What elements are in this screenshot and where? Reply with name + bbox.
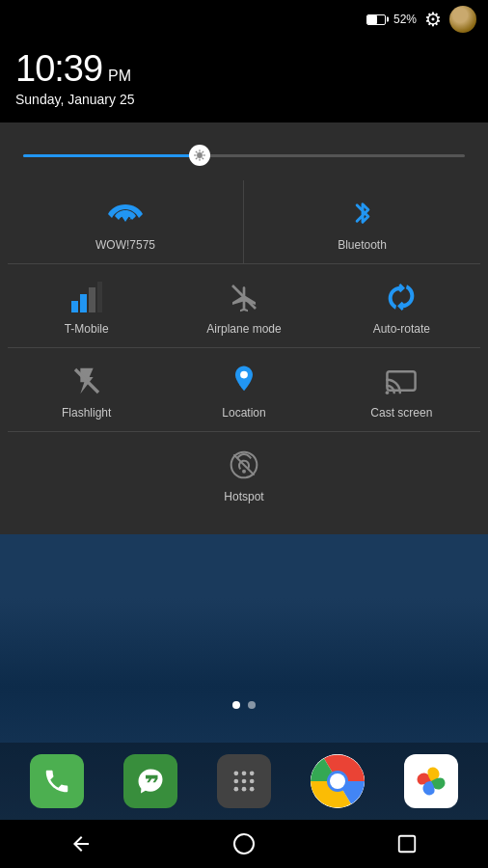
svg-point-28 [233, 787, 238, 792]
hangouts-icon [136, 767, 165, 796]
page-dot-2 [248, 701, 256, 709]
qs-row-hotspot: Hotspot [8, 432, 480, 515]
brightness-track [23, 154, 465, 157]
location-icon-container [227, 364, 261, 398]
time-display: 10:39 PM [15, 48, 473, 90]
back-button[interactable] [62, 825, 100, 863]
flashlight-label: Flashlight [62, 406, 111, 420]
qs-tile-bluetooth[interactable]: Bluetooth [244, 180, 480, 263]
flashlight-icon [71, 366, 102, 396]
date-display: Sunday, January 25 [15, 92, 473, 107]
cast-icon-container [384, 364, 419, 398]
dock-app-chrome[interactable] [311, 754, 365, 808]
airplane-icon [229, 282, 259, 312]
app-dock [0, 743, 488, 820]
autorotate-label: Auto-rotate [373, 322, 430, 336]
recents-button[interactable] [388, 825, 426, 863]
home-button[interactable] [225, 825, 263, 863]
bluetooth-icon-container [345, 196, 380, 231]
svg-point-34 [234, 834, 254, 854]
battery-indicator [366, 14, 386, 25]
svg-point-0 [197, 152, 203, 158]
svg-rect-10 [71, 301, 78, 312]
airplane-label: Airplane mode [206, 322, 281, 336]
svg-point-33 [330, 773, 345, 789]
brightness-fill [23, 154, 200, 157]
notification-panel: WOW!7575 Bluetooth [0, 122, 488, 534]
svg-rect-12 [89, 287, 95, 312]
signal-icon [71, 282, 102, 312]
qs-tile-cast[interactable]: Cast screen [323, 348, 480, 431]
flashlight-icon-container [69, 364, 104, 398]
time-ampm: PM [108, 68, 131, 85]
svg-point-26 [242, 779, 247, 784]
time-section: 10:39 PM Sunday, January 25 [0, 39, 488, 122]
qs-tile-flashlight[interactable]: Flashlight [8, 348, 165, 431]
photos-icon [412, 762, 450, 800]
signal-icon-container [69, 280, 104, 314]
quick-settings: WOW!7575 Bluetooth [0, 180, 488, 515]
wifi-icon [108, 199, 143, 228]
dock-app-hangouts[interactable] [123, 754, 177, 808]
avatar[interactable] [449, 6, 476, 33]
qs-row-3: Flashlight Location [8, 348, 480, 432]
qs-tile-airplane[interactable]: Airplane mode [165, 264, 322, 347]
qs-tile-location[interactable]: Location [165, 348, 322, 431]
svg-point-23 [242, 772, 247, 776]
wifi-label: WOW!7575 [95, 238, 155, 252]
hotspot-icon-container [227, 448, 261, 482]
back-icon [69, 832, 93, 855]
svg-point-27 [250, 779, 255, 784]
cast-icon [385, 366, 418, 396]
svg-point-25 [233, 779, 238, 784]
svg-point-20 [242, 470, 246, 474]
brightness-row[interactable] [0, 138, 488, 180]
home-icon [232, 832, 256, 855]
dock-app-photos[interactable] [404, 754, 458, 808]
settings-icon[interactable]: ⚙ [424, 8, 442, 31]
svg-line-7 [203, 151, 204, 153]
avatar-image [449, 6, 476, 33]
autorotate-icon [386, 282, 417, 312]
svg-rect-35 [398, 836, 415, 853]
brightness-sun-icon [193, 149, 206, 162]
bluetooth-label: Bluetooth [338, 238, 387, 252]
qs-tile-hotspot[interactable]: Hotspot [216, 432, 271, 515]
svg-rect-11 [80, 294, 87, 312]
bluetooth-icon [349, 196, 376, 231]
status-bar-right: 52% ⚙ [366, 6, 476, 33]
location-icon [229, 364, 259, 398]
recents-icon [396, 833, 418, 854]
svg-rect-13 [97, 282, 102, 312]
svg-line-8 [196, 157, 198, 159]
hotspot-icon [229, 449, 259, 480]
svg-line-5 [196, 151, 198, 153]
qs-tile-wifi[interactable]: WOW!7575 [8, 180, 244, 263]
wifi-icon-container [108, 196, 143, 231]
svg-point-22 [233, 772, 238, 776]
svg-point-24 [250, 772, 255, 776]
airplane-icon-container [227, 280, 261, 314]
qs-tile-autorotate[interactable]: Auto-rotate [323, 264, 480, 347]
cast-label: Cast screen [370, 406, 432, 420]
dock-app-phone[interactable] [30, 754, 84, 808]
phone-icon [42, 767, 71, 796]
svg-line-6 [203, 157, 204, 159]
hotspot-label: Hotspot [224, 490, 263, 503]
brightness-slider[interactable] [23, 146, 465, 165]
svg-point-29 [242, 787, 247, 792]
autorotate-icon-container [384, 280, 419, 314]
qs-row-2: T-Mobile Airplane mode A [8, 264, 480, 348]
battery-percent: 52% [393, 13, 417, 26]
battery-fill [367, 15, 377, 24]
location-label: Location [222, 406, 265, 420]
page-dots [0, 701, 488, 709]
brightness-thumb[interactable] [189, 145, 210, 166]
battery-body [366, 14, 386, 25]
time-number: 10:39 [15, 48, 102, 90]
nav-bar [0, 820, 488, 868]
qs-tile-tmobile[interactable]: T-Mobile [8, 264, 165, 347]
chrome-icon [311, 754, 365, 808]
qs-row-wifi-bt: WOW!7575 Bluetooth [8, 180, 480, 264]
dock-app-appgrid[interactable] [217, 754, 271, 808]
